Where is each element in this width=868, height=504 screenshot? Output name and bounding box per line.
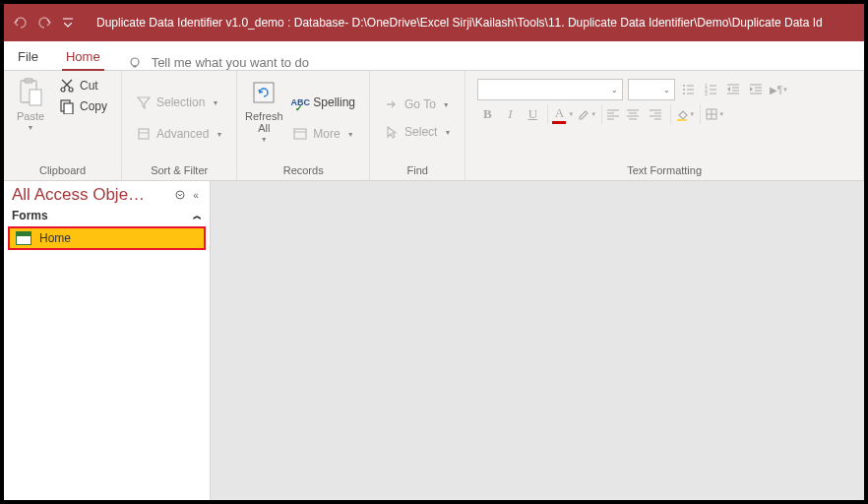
chevron-down-icon: ▼ xyxy=(261,136,268,143)
refresh-icon xyxy=(248,77,279,108)
svg-point-1 xyxy=(131,58,139,66)
numbering-button[interactable]: 123 xyxy=(701,80,720,99)
refresh-all-button[interactable]: Refresh All ▼ xyxy=(243,75,284,161)
gridlines-button[interactable]: ▼ xyxy=(700,104,724,124)
nav-collapse-button[interactable]: « xyxy=(188,187,204,203)
cursor-icon xyxy=(384,124,400,140)
window-title: Duplicate Data Identifier v1.0_demo : Da… xyxy=(85,16,864,30)
chevron-down-icon: ▼ xyxy=(590,111,596,117)
scissors-icon xyxy=(59,78,75,94)
underline-button[interactable]: U xyxy=(523,104,542,124)
lightbulb-icon xyxy=(128,56,142,70)
text-direction-button[interactable]: ▶¶ ▼ xyxy=(769,80,788,99)
nav-group-forms[interactable]: Forms ︽ xyxy=(4,207,210,224)
more-icon xyxy=(292,126,308,142)
font-size-combo[interactable]: ⌄ xyxy=(628,79,675,100)
chevron-down-icon: ▼ xyxy=(216,131,222,138)
tell-me-search[interactable]: Tell me what you want to do xyxy=(114,55,323,70)
svg-rect-12 xyxy=(139,129,149,139)
navigation-pane: All Access Obje… « Forms ︽ Home xyxy=(4,181,211,500)
svg-point-7 xyxy=(69,88,73,92)
nav-dropdown-icon[interactable] xyxy=(172,187,188,203)
chevron-down-icon: ⌄ xyxy=(611,86,618,94)
more-button[interactable]: More ▼ xyxy=(288,125,359,143)
svg-rect-14 xyxy=(254,83,274,102)
svg-rect-5 xyxy=(30,90,41,105)
title-bar: Duplicate Data Identifier v1.0_demo : Da… xyxy=(4,4,864,41)
chevron-down-icon: ▼ xyxy=(782,87,788,93)
tab-home[interactable]: Home xyxy=(52,43,114,70)
bold-button[interactable]: B xyxy=(477,104,497,124)
main-area: All Access Obje… « Forms ︽ Home xyxy=(4,181,864,500)
undo-button[interactable] xyxy=(10,12,31,33)
tab-file[interactable]: File xyxy=(4,43,52,70)
svg-rect-49 xyxy=(677,119,687,121)
goto-button[interactable]: Go To ▼ xyxy=(380,95,455,113)
chevron-down-icon: ▼ xyxy=(212,99,218,106)
svg-point-53 xyxy=(176,191,184,199)
svg-point-21 xyxy=(683,93,685,94)
increase-indent-button[interactable] xyxy=(746,80,766,99)
nav-item-home[interactable]: Home xyxy=(8,226,206,250)
chevron-down-icon: ▼ xyxy=(347,131,354,138)
highlight-button[interactable]: ▼ xyxy=(577,104,596,124)
ribbon: Paste ▼ Cut Copy xyxy=(4,71,864,181)
group-text-formatting: ⌄ ⌄ 123 xyxy=(465,71,864,180)
copy-button[interactable]: Copy xyxy=(55,97,111,115)
chevron-down-icon: ▼ xyxy=(443,101,450,108)
italic-button[interactable]: I xyxy=(500,104,520,124)
qat-customize-button[interactable] xyxy=(57,12,79,33)
advanced-button[interactable]: Advanced ▼ xyxy=(132,125,226,143)
svg-point-6 xyxy=(61,88,65,92)
svg-text:3: 3 xyxy=(705,91,708,96)
quick-access-toolbar xyxy=(4,12,85,33)
nav-pane-header[interactable]: All Access Obje… « xyxy=(4,181,210,207)
chevron-down-icon: ▼ xyxy=(689,111,695,117)
goto-arrow-icon xyxy=(384,96,400,112)
copy-icon xyxy=(59,98,75,114)
group-sort-filter: Selection ▼ Advanced ▼ Sort & Filter xyxy=(122,71,237,180)
select-button[interactable]: Select ▼ xyxy=(380,123,455,141)
selection-button[interactable]: Selection ▼ xyxy=(132,94,226,111)
chevron-down-icon: ▼ xyxy=(568,111,574,117)
paste-button[interactable]: Paste ▼ xyxy=(10,75,51,161)
spelling-button[interactable]: ABC✓ Spelling xyxy=(288,94,359,111)
filter-icon xyxy=(136,94,152,110)
ribbon-tabs: File Home Tell me what you want to do xyxy=(4,41,864,71)
font-color-button[interactable]: A ▼ xyxy=(547,104,574,124)
chevron-down-icon: ⌄ xyxy=(663,86,670,94)
collapse-group-icon: ︽ xyxy=(193,210,202,222)
bullets-button[interactable] xyxy=(678,80,698,99)
font-name-combo[interactable]: ⌄ xyxy=(477,79,623,100)
nav-item-label: Home xyxy=(39,231,71,245)
decrease-indent-button[interactable] xyxy=(723,80,743,99)
group-records: Refresh All ▼ ABC✓ Spelling More xyxy=(237,71,370,180)
paste-icon xyxy=(15,77,46,108)
align-left-button[interactable] xyxy=(601,104,620,124)
svg-rect-11 xyxy=(64,103,73,114)
svg-point-17 xyxy=(683,85,685,87)
nav-pane-title: All Access Obje… xyxy=(12,185,172,205)
chevron-down-icon: ▼ xyxy=(444,129,451,136)
align-center-button[interactable] xyxy=(623,104,643,124)
document-area xyxy=(211,181,864,500)
chevron-down-icon: ▼ xyxy=(718,111,724,117)
advanced-filter-icon xyxy=(136,126,152,142)
svg-rect-15 xyxy=(294,129,306,139)
group-clipboard: Paste ▼ Cut Copy xyxy=(4,71,122,180)
cut-button[interactable]: Cut xyxy=(55,77,111,94)
svg-rect-2 xyxy=(133,65,136,67)
app-window: Duplicate Data Identifier v1.0_demo : Da… xyxy=(4,4,864,500)
group-find: Go To ▼ Select ▼ Find xyxy=(370,71,465,180)
redo-button[interactable] xyxy=(33,12,55,33)
chevron-down-icon: ▼ xyxy=(28,124,34,131)
form-icon xyxy=(16,231,31,245)
fill-color-button[interactable]: ▼ xyxy=(670,104,695,124)
spelling-icon: ABC✓ xyxy=(292,94,308,110)
align-right-button[interactable] xyxy=(646,104,665,124)
svg-point-19 xyxy=(683,89,685,91)
tell-me-placeholder: Tell me what you want to do xyxy=(152,55,309,70)
